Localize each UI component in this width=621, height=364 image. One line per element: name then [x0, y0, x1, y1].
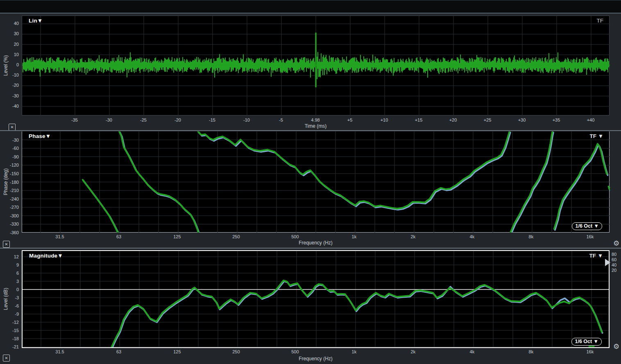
tick-label: -6: [1, 303, 19, 309]
tick-label: -270: [1, 204, 19, 210]
phase-trace-dropdown[interactable]: TF ▼: [589, 133, 603, 139]
phase-chart: [22, 131, 610, 233]
tick-label: 500: [291, 234, 299, 240]
phase-plot[interactable]: Phase▼ TF ▼ 1/6 Oct ▼: [22, 131, 610, 233]
tick-label: 10: [1, 52, 19, 57]
tick-label: -25: [140, 117, 147, 123]
close-icon: ✕: [5, 242, 8, 246]
tick-label: 6: [1, 270, 19, 276]
magnitude-trace-dropdown[interactable]: TF ▼: [589, 253, 603, 259]
tick-label: 9: [1, 262, 19, 268]
impulse-plot[interactable]: Lin▼ TF: [22, 16, 610, 115]
impulse-trace-label[interactable]: TF: [597, 18, 604, 24]
phase-type-dropdown[interactable]: Phase▼: [29, 133, 51, 139]
tick-label: 12: [1, 254, 19, 260]
tick-label: 30: [1, 31, 19, 36]
tick-label: 4k: [470, 349, 475, 355]
tick-label: 40: [1, 20, 19, 26]
top-toolbar: [0, 0, 621, 14]
tick-label: 31.5: [55, 234, 64, 240]
tick-label: -60: [1, 145, 19, 151]
tick-label: -150: [1, 171, 19, 176]
tick-label: 2k: [411, 349, 416, 355]
tick-label: -5: [279, 117, 283, 123]
magnitude-type-dropdown[interactable]: Magnitude▼: [29, 253, 63, 259]
tick-label: -30: [1, 93, 19, 99]
tick-label: -10: [243, 117, 250, 123]
close-icon: ✕: [10, 125, 14, 129]
tick-label: -20: [1, 82, 19, 88]
impulse-x-axis-title: Time (ms): [22, 123, 610, 129]
phase-smoothing-dropdown[interactable]: 1/6 Oct ▼: [572, 222, 602, 230]
magnitude-smoothing-dropdown[interactable]: 1/6 Oct ▼: [571, 338, 602, 346]
analyzer-window: Lin▼ TF Level (%) 403020100-10-20-30-40 …: [0, 0, 621, 364]
tick-label: 16k: [586, 234, 594, 240]
tick-label: -180: [1, 179, 19, 185]
tick-label: 8k: [529, 349, 534, 355]
tick-label: 63: [116, 349, 121, 355]
tick-label: -21: [1, 344, 19, 350]
phase-panel-close-icon[interactable]: ✕: [3, 241, 10, 248]
tick-label: -35: [71, 117, 78, 123]
tick-label: -40: [1, 103, 19, 109]
tick-label: -360: [1, 230, 19, 235]
tick-label: -210: [1, 188, 19, 193]
coherence-scale-value: 80: [612, 252, 616, 257]
tick-label: 125: [173, 349, 181, 355]
magnitude-x-axis-title: Frequency (Hz): [22, 356, 610, 362]
tick-label: +5: [347, 117, 353, 123]
tick-label: -330: [1, 221, 19, 227]
tick-label: 0: [1, 62, 19, 68]
tick-label: -10: [1, 72, 19, 78]
impulse-waveform-chart: [22, 16, 610, 116]
tick-label: -300: [1, 213, 19, 219]
magnitude-panel-close-icon[interactable]: ✕: [3, 355, 10, 362]
coherence-scale-value: 20: [612, 268, 616, 273]
tick-label: 4.98: [311, 117, 320, 123]
tick-label: 20: [1, 41, 19, 47]
impulse-panel-close-icon[interactable]: ✕: [9, 124, 16, 131]
coherence-scale-value: 60: [612, 257, 616, 262]
tick-label: 250: [232, 234, 240, 240]
tick-label: 1k: [352, 349, 357, 355]
tick-label: -18: [1, 336, 19, 341]
close-icon: ✕: [5, 356, 8, 360]
tick-label: -15: [1, 328, 19, 333]
tick-label: +15: [415, 117, 423, 123]
panel-separator: [0, 130, 621, 131]
coherence-scale-value: 40: [612, 262, 616, 268]
tick-label: 500: [291, 349, 299, 355]
tick-label: 3: [1, 278, 19, 284]
tick-label: -3: [1, 295, 19, 301]
tick-label: +30: [518, 117, 526, 123]
tick-label: -9: [1, 311, 19, 317]
tick-label: -15: [209, 117, 215, 123]
phase-x-axis-title: Frequency (Hz): [22, 240, 610, 246]
magnitude-chart: [23, 251, 609, 347]
tick-label: 250: [232, 349, 240, 355]
tick-label: -90: [1, 154, 19, 160]
tick-label: 0: [1, 287, 19, 292]
tick-label: 1k: [352, 234, 357, 240]
tick-label: 31.5: [55, 349, 64, 355]
tick-label: 2k: [411, 234, 416, 240]
panel-separator: [0, 248, 621, 249]
tick-label: 125: [173, 234, 181, 240]
impulse-type-dropdown[interactable]: Lin▼: [29, 18, 43, 24]
phase-settings-gear-icon[interactable]: ⚙: [613, 240, 619, 247]
tick-label: -120: [1, 162, 19, 168]
tick-label: 16k: [586, 349, 594, 355]
tick-label: -30: [106, 117, 112, 123]
tick-label: +20: [449, 117, 457, 123]
tick-label: +35: [553, 117, 560, 123]
tick-label: -12: [1, 319, 19, 325]
magnitude-plot[interactable]: Magnitude▼ TF ▼ 1/6 Oct ▼: [22, 250, 610, 348]
tick-label: +40: [587, 117, 595, 123]
tick-label: -30: [1, 137, 19, 143]
magnitude-settings-gear-icon[interactable]: ⚙: [613, 343, 619, 350]
tick-label: 4k: [470, 234, 475, 240]
coherence-scale-handle-icon[interactable]: [605, 259, 610, 266]
tick-label: 8k: [529, 234, 534, 240]
tick-label: -240: [1, 196, 19, 202]
tick-label: -20: [175, 117, 181, 123]
